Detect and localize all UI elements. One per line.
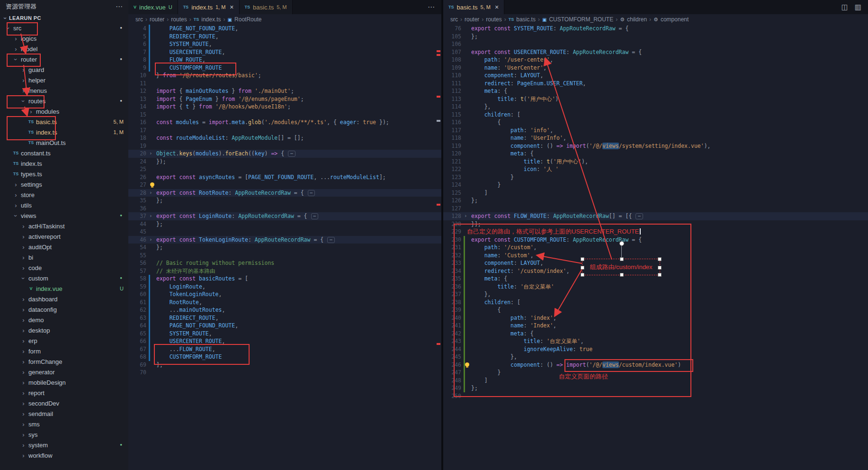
code-text[interactable]: name: 'UserInfo', — [471, 134, 868, 142]
folded-region-icon[interactable]: ⋯ — [288, 151, 295, 157]
code-text[interactable]: path: 'info', — [471, 127, 868, 135]
line-number[interactable]: 229 — [443, 228, 461, 236]
tab-basic.ts[interactable]: TSbasic.ts5, M — [240, 0, 293, 14]
breadcrumb-item[interactable]: src — [450, 16, 458, 23]
tree-item-index.ts[interactable]: TSindex.ts1, M — [0, 127, 128, 137]
code-text[interactable]: { — [471, 306, 868, 314]
tree-item-basic.ts[interactable]: TSbasic.ts5, M — [0, 117, 128, 127]
breadcrumb-item[interactable]: router — [150, 16, 164, 23]
code-line[interactable]: 70 — [128, 369, 441, 377]
code-text[interactable]: }; — [471, 33, 868, 41]
code-line[interactable]: 44}; — [128, 220, 441, 228]
code-text[interactable]: export const RootRoute: AppRouteRecordRa… — [156, 189, 441, 197]
code-line[interactable]: 16const modules = import.meta.glob('./mo… — [128, 118, 441, 127]
line-number[interactable]: 14 — [128, 103, 146, 111]
code-line[interactable]: 4 PAGE_NOT_FOUND_ROUTE, — [128, 25, 441, 33]
code-line[interactable]: 118 name: 'UserInfo', — [443, 134, 868, 142]
line-number[interactable]: 233 — [443, 259, 461, 267]
code-line[interactable]: 54}; — [128, 244, 441, 252]
code-line[interactable]: 127 — [443, 205, 868, 213]
code-text[interactable]: name: 'Index', — [471, 322, 868, 330]
tree-item-demo[interactable]: ›demo — [0, 315, 128, 325]
tree-item-sms[interactable]: ›sms — [0, 419, 128, 429]
code-text[interactable]: ...FLOW_ROUTE, — [156, 345, 441, 353]
line-number[interactable]: 57 — [128, 267, 146, 275]
code-text[interactable]: ]; — [156, 361, 441, 369]
line-number[interactable]: 67 — [128, 345, 146, 353]
line-number[interactable]: 70 — [128, 369, 146, 377]
tree-item-report[interactable]: ›report — [0, 388, 128, 398]
line-number[interactable]: 27 — [128, 181, 146, 189]
line-number[interactable]: 11 — [128, 80, 146, 88]
line-number[interactable]: 5 — [128, 33, 146, 41]
line-number[interactable]: 236 — [443, 283, 461, 291]
line-number[interactable]: 120 — [443, 150, 461, 158]
line-number[interactable]: 76 — [443, 25, 461, 33]
code-line[interactable]: 123 } — [443, 173, 868, 181]
tree-item-guard[interactable]: ›guard — [0, 64, 128, 75]
line-number[interactable]: 12 — [128, 87, 146, 95]
code-text[interactable]: }, — [471, 353, 868, 361]
code-text[interactable]: }]; — [471, 220, 868, 228]
code-line[interactable]: 27 — [128, 181, 441, 189]
code-line[interactable]: 35}; — [128, 197, 441, 205]
line-number[interactable]: 46 — [128, 236, 146, 244]
line-number[interactable]: 230 — [443, 236, 461, 244]
tree-item-model[interactable]: ›model — [0, 44, 128, 54]
line-number[interactable]: 240 — [443, 314, 461, 322]
code-text[interactable]: export const asyncRoutes = [PAGE_NOT_FOU… — [156, 173, 441, 181]
code-line[interactable]: 117 path: 'info', — [443, 127, 868, 135]
code-line[interactable]: 59 LoginRoute, — [128, 283, 441, 291]
code-line[interactable]: 68 CUSTOMFORM_ROUTE — [128, 353, 441, 361]
code-line[interactable]: 106 — [443, 40, 868, 48]
tree-item-sendmail[interactable]: ›sendmail — [0, 408, 128, 419]
code-line[interactable]: 232 name: 'Custom', — [443, 252, 868, 260]
tree-item-actHiTaskinst[interactable]: ›actHiTaskinst — [0, 221, 128, 231]
line-number[interactable]: 10 — [128, 72, 146, 80]
code-line[interactable]: 56// Basic routing without permissions — [128, 259, 441, 267]
code-text[interactable]: PAGE_NOT_FOUND_ROUTE, — [156, 322, 441, 330]
tree-item-utils[interactable]: ›utils — [0, 200, 128, 210]
line-number[interactable]: 66 — [128, 337, 146, 345]
line-number[interactable]: 60 — [128, 290, 146, 298]
line-number[interactable]: 249 — [443, 384, 461, 392]
line-number[interactable]: 7 — [128, 48, 146, 56]
code-text[interactable]: title: '自定义菜单', — [471, 337, 868, 345]
code-text[interactable]: }, — [471, 103, 868, 111]
line-number[interactable]: 117 — [443, 127, 461, 135]
code-text[interactable]: redirect: PageEnum.USER_CENTER, — [471, 80, 868, 88]
line-number[interactable]: 69 — [128, 361, 146, 369]
code-text[interactable]: FLOW_ROUTE, — [156, 56, 441, 64]
code-line[interactable]: 234 redirect: '/custom/index', — [443, 267, 868, 275]
tree-item-erp[interactable]: ›erp — [0, 335, 128, 346]
code-line[interactable]: 120 meta: { — [443, 150, 868, 158]
line-number[interactable]: 115 — [443, 111, 461, 119]
code-line[interactable]: 113 title: t('用户中心') — [443, 95, 868, 103]
line-number[interactable]: 228 — [443, 220, 461, 228]
line-number[interactable]: 58 — [128, 275, 146, 283]
breadcrumb-item[interactable]: routes — [171, 16, 187, 23]
code-text[interactable]: meta: { — [471, 87, 868, 95]
tree-item-auditOpt[interactable]: ›auditOpt — [0, 242, 128, 252]
code-text[interactable]: meta: { — [471, 330, 868, 338]
code-text[interactable]: title: '自定义菜单' — [471, 283, 868, 291]
code-text[interactable]: }; — [156, 220, 441, 228]
tree-item-mobileDesign[interactable]: ›mobileDesign — [0, 377, 128, 388]
line-number[interactable]: 6 — [128, 40, 146, 48]
code-text[interactable]: children: [ — [471, 111, 868, 119]
line-number[interactable]: 105 — [443, 33, 461, 41]
code-text[interactable]: CUSTOMFORM_ROUTE — [156, 64, 441, 72]
tab-index.ts[interactable]: TSindex.ts1, M× — [178, 0, 240, 14]
line-number[interactable]: 16 — [128, 118, 146, 127]
tree-item-store[interactable]: ›store — [0, 190, 128, 200]
fold-chevron-icon[interactable]: › — [464, 212, 467, 220]
line-number[interactable]: 35 — [128, 197, 146, 205]
code-text[interactable]: name: 'UserCenter', — [471, 64, 868, 72]
line-number[interactable]: 26 — [128, 173, 146, 181]
overview-ruler[interactable] — [436, 25, 441, 470]
code-line[interactable]: 66 USERCENTER_ROUTE, — [128, 337, 441, 345]
code-text[interactable]: }, — [471, 290, 868, 298]
overview-ruler[interactable] — [863, 25, 868, 470]
line-number[interactable]: 25 — [128, 165, 146, 173]
code-text[interactable]: } from '/@/router/routes/basic'; — [156, 72, 441, 80]
